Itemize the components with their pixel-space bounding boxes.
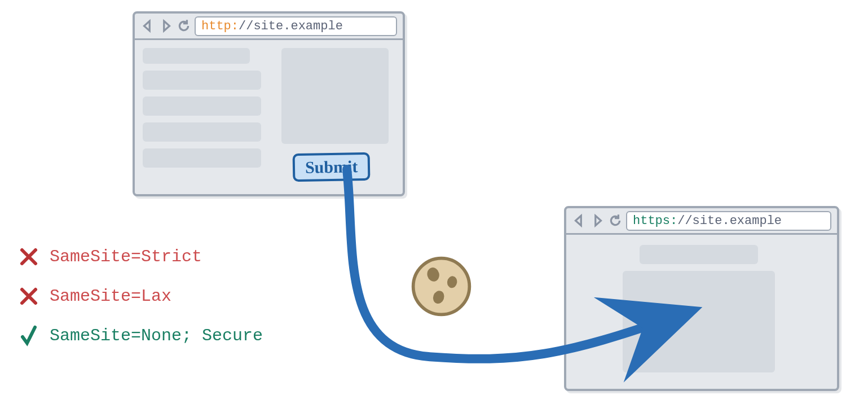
address-bar: http://site.example <box>195 16 397 36</box>
browser-toolbar: https://site.example <box>566 208 837 235</box>
browser-window-source: http://site.example Submit <box>133 11 405 196</box>
legend-row-strict: SameSite=Strict <box>17 243 263 271</box>
forward-icon <box>158 19 173 33</box>
back-icon <box>140 19 155 33</box>
content-placeholder <box>281 48 389 144</box>
submit-button-label: Submit <box>305 157 358 177</box>
reload-icon <box>608 213 623 228</box>
content-placeholder <box>623 271 775 372</box>
page-content <box>566 235 837 391</box>
legend-row-none-secure: SameSite=None; Secure <box>17 322 263 350</box>
reload-icon <box>177 19 191 33</box>
content-placeholder <box>143 96 261 116</box>
check-icon <box>17 324 41 347</box>
svg-point-0 <box>413 258 470 315</box>
cross-icon <box>17 247 41 266</box>
back-icon <box>572 213 587 228</box>
content-placeholder <box>143 71 261 90</box>
legend-label: SameSite=Strict <box>50 247 202 266</box>
browser-window-target: https://site.example <box>564 206 839 391</box>
url-scheme: https: <box>633 214 677 228</box>
samesite-legend: SameSite=Strict SameSite=Lax SameSite=No… <box>17 243 263 361</box>
content-placeholder <box>143 122 261 142</box>
legend-row-lax: SameSite=Lax <box>17 282 263 310</box>
url-path: //site.example <box>239 19 343 33</box>
browser-toolbar: http://site.example <box>135 14 403 40</box>
address-bar: https://site.example <box>626 211 831 231</box>
content-placeholder <box>143 48 250 64</box>
cross-icon <box>17 287 41 306</box>
submit-button[interactable]: Submit <box>293 152 371 182</box>
url-scheme: http: <box>201 19 239 33</box>
page-content: Submit <box>135 40 403 196</box>
content-placeholder <box>143 148 261 168</box>
legend-label: SameSite=Lax <box>50 287 171 306</box>
forward-icon <box>590 213 605 228</box>
content-placeholder <box>640 245 758 264</box>
legend-label: SameSite=None; Secure <box>50 326 263 345</box>
cookie-icon <box>409 254 474 319</box>
url-path: //site.example <box>677 214 782 228</box>
